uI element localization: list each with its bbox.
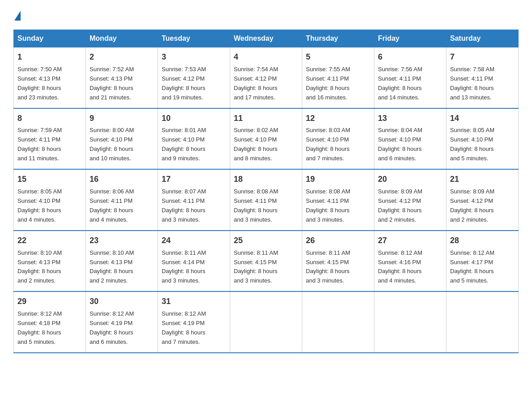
day-number: 24 bbox=[162, 235, 226, 247]
weekday-header-sunday: Sunday bbox=[14, 30, 86, 47]
calendar-cell: 21 Sunrise: 8:09 AMSunset: 4:12 PMDaylig… bbox=[446, 169, 519, 231]
week-row-5: 29 Sunrise: 8:12 AMSunset: 4:18 PMDaylig… bbox=[14, 291, 519, 353]
calendar-cell: 12 Sunrise: 8:03 AMSunset: 4:10 PMDaylig… bbox=[302, 108, 374, 170]
calendar-cell: 20 Sunrise: 8:09 AMSunset: 4:12 PMDaylig… bbox=[374, 169, 446, 231]
calendar-cell: 23 Sunrise: 8:10 AMSunset: 4:13 PMDaylig… bbox=[86, 231, 158, 292]
calendar-table: SundayMondayTuesdayWednesdayThursdayFrid… bbox=[13, 30, 519, 353]
calendar-cell: 30 Sunrise: 8:12 AMSunset: 4:19 PMDaylig… bbox=[86, 291, 158, 353]
day-info: Sunrise: 8:12 AMSunset: 4:18 PMDaylight:… bbox=[17, 310, 62, 345]
day-number: 19 bbox=[306, 173, 370, 186]
day-number: 1 bbox=[17, 51, 82, 64]
week-row-2: 8 Sunrise: 7:59 AMSunset: 4:11 PMDayligh… bbox=[14, 108, 519, 170]
day-info: Sunrise: 7:53 AMSunset: 4:12 PMDaylight:… bbox=[162, 66, 206, 101]
calendar-cell: 22 Sunrise: 8:10 AMSunset: 4:13 PMDaylig… bbox=[14, 231, 86, 292]
day-info: Sunrise: 8:12 AMSunset: 4:19 PMDaylight:… bbox=[162, 310, 206, 345]
day-info: Sunrise: 8:09 AMSunset: 4:12 PMDaylight:… bbox=[450, 188, 494, 223]
day-info: Sunrise: 7:58 AMSunset: 4:11 PMDaylight:… bbox=[450, 66, 494, 101]
day-info: Sunrise: 7:59 AMSunset: 4:11 PMDaylight:… bbox=[17, 127, 62, 162]
calendar-cell: 17 Sunrise: 8:07 AMSunset: 4:11 PMDaylig… bbox=[158, 169, 230, 231]
calendar-cell: 4 Sunrise: 7:54 AMSunset: 4:12 PMDayligh… bbox=[230, 47, 302, 108]
calendar-cell: 31 Sunrise: 8:12 AMSunset: 4:19 PMDaylig… bbox=[158, 291, 230, 353]
calendar-cell: 6 Sunrise: 7:56 AMSunset: 4:11 PMDayligh… bbox=[374, 47, 446, 108]
day-info: Sunrise: 7:56 AMSunset: 4:11 PMDaylight:… bbox=[378, 66, 422, 101]
day-info: Sunrise: 8:12 AMSunset: 4:16 PMDaylight:… bbox=[378, 249, 422, 284]
day-info: Sunrise: 8:10 AMSunset: 4:13 PMDaylight:… bbox=[17, 249, 62, 284]
day-number: 30 bbox=[90, 295, 154, 308]
day-number: 3 bbox=[162, 51, 226, 64]
day-info: Sunrise: 7:50 AMSunset: 4:13 PMDaylight:… bbox=[17, 66, 62, 101]
weekday-header-friday: Friday bbox=[374, 30, 446, 47]
day-info: Sunrise: 7:54 AMSunset: 4:12 PMDaylight:… bbox=[234, 66, 278, 101]
calendar-cell: 24 Sunrise: 8:11 AMSunset: 4:14 PMDaylig… bbox=[158, 231, 230, 292]
day-number: 11 bbox=[234, 112, 298, 125]
day-number: 14 bbox=[450, 112, 515, 125]
calendar-cell: 1 Sunrise: 7:50 AMSunset: 4:13 PMDayligh… bbox=[14, 47, 86, 108]
logo-triangle-icon bbox=[14, 11, 21, 21]
weekday-header-wednesday: Wednesday bbox=[230, 30, 302, 47]
calendar-cell: 27 Sunrise: 8:12 AMSunset: 4:16 PMDaylig… bbox=[374, 231, 446, 292]
calendar-cell: 7 Sunrise: 7:58 AMSunset: 4:11 PMDayligh… bbox=[446, 47, 519, 108]
calendar-cell: 26 Sunrise: 8:11 AMSunset: 4:15 PMDaylig… bbox=[302, 231, 374, 292]
calendar-cell: 18 Sunrise: 8:08 AMSunset: 4:11 PMDaylig… bbox=[230, 169, 302, 231]
day-info: Sunrise: 8:08 AMSunset: 4:11 PMDaylight:… bbox=[234, 188, 278, 223]
weekday-header-monday: Monday bbox=[86, 30, 158, 47]
weekday-header-tuesday: Tuesday bbox=[158, 30, 230, 47]
day-info: Sunrise: 8:05 AMSunset: 4:10 PMDaylight:… bbox=[450, 127, 494, 162]
day-number: 20 bbox=[378, 173, 442, 186]
day-number: 29 bbox=[17, 295, 82, 308]
day-info: Sunrise: 8:12 AMSunset: 4:19 PMDaylight:… bbox=[90, 310, 134, 345]
day-number: 21 bbox=[450, 173, 515, 186]
calendar-cell: 5 Sunrise: 7:55 AMSunset: 4:11 PMDayligh… bbox=[302, 47, 374, 108]
day-number: 17 bbox=[162, 173, 226, 186]
day-number: 31 bbox=[162, 295, 226, 308]
day-info: Sunrise: 8:10 AMSunset: 4:13 PMDaylight:… bbox=[90, 249, 134, 284]
day-info: Sunrise: 8:12 AMSunset: 4:17 PMDaylight:… bbox=[450, 249, 494, 284]
day-info: Sunrise: 8:09 AMSunset: 4:12 PMDaylight:… bbox=[378, 188, 422, 223]
day-number: 25 bbox=[234, 235, 298, 247]
calendar-cell: 3 Sunrise: 7:53 AMSunset: 4:12 PMDayligh… bbox=[158, 47, 230, 108]
day-number: 10 bbox=[162, 112, 226, 125]
day-number: 13 bbox=[378, 112, 442, 125]
day-info: Sunrise: 8:11 AMSunset: 4:14 PMDaylight:… bbox=[162, 249, 206, 284]
calendar-cell: 2 Sunrise: 7:52 AMSunset: 4:13 PMDayligh… bbox=[86, 47, 158, 108]
day-info: Sunrise: 8:01 AMSunset: 4:10 PMDaylight:… bbox=[162, 127, 206, 162]
day-number: 23 bbox=[90, 235, 154, 247]
day-number: 18 bbox=[234, 173, 298, 186]
week-row-1: 1 Sunrise: 7:50 AMSunset: 4:13 PMDayligh… bbox=[14, 47, 519, 108]
day-number: 26 bbox=[306, 235, 370, 247]
day-info: Sunrise: 8:11 AMSunset: 4:15 PMDaylight:… bbox=[306, 249, 350, 284]
day-info: Sunrise: 8:00 AMSunset: 4:10 PMDaylight:… bbox=[90, 127, 134, 162]
day-number: 7 bbox=[450, 51, 515, 64]
day-number: 15 bbox=[17, 173, 82, 186]
day-number: 2 bbox=[90, 51, 154, 64]
weekday-header-saturday: Saturday bbox=[446, 30, 519, 47]
day-info: Sunrise: 8:04 AMSunset: 4:10 PMDaylight:… bbox=[378, 127, 422, 162]
calendar-cell: 15 Sunrise: 8:05 AMSunset: 4:10 PMDaylig… bbox=[14, 169, 86, 231]
calendar-cell bbox=[374, 291, 446, 353]
day-number: 8 bbox=[17, 112, 82, 125]
day-info: Sunrise: 8:07 AMSunset: 4:11 PMDaylight:… bbox=[162, 188, 206, 223]
calendar-cell bbox=[230, 291, 302, 353]
calendar-cell: 13 Sunrise: 8:04 AMSunset: 4:10 PMDaylig… bbox=[374, 108, 446, 170]
day-info: Sunrise: 8:08 AMSunset: 4:11 PMDaylight:… bbox=[306, 188, 350, 223]
page-header bbox=[13, 9, 519, 21]
calendar-cell: 16 Sunrise: 8:06 AMSunset: 4:11 PMDaylig… bbox=[86, 169, 158, 231]
calendar-cell: 19 Sunrise: 8:08 AMSunset: 4:11 PMDaylig… bbox=[302, 169, 374, 231]
calendar-cell bbox=[446, 291, 519, 353]
day-number: 5 bbox=[306, 51, 370, 64]
day-number: 9 bbox=[90, 112, 154, 125]
weekday-header-thursday: Thursday bbox=[302, 30, 374, 47]
calendar-cell: 25 Sunrise: 8:11 AMSunset: 4:15 PMDaylig… bbox=[230, 231, 302, 292]
day-number: 4 bbox=[234, 51, 298, 64]
calendar-cell: 10 Sunrise: 8:01 AMSunset: 4:10 PMDaylig… bbox=[158, 108, 230, 170]
day-info: Sunrise: 8:06 AMSunset: 4:11 PMDaylight:… bbox=[90, 188, 134, 223]
day-number: 27 bbox=[378, 235, 442, 247]
day-number: 22 bbox=[17, 235, 82, 247]
day-info: Sunrise: 8:05 AMSunset: 4:10 PMDaylight:… bbox=[17, 188, 62, 223]
logo bbox=[13, 9, 21, 21]
day-info: Sunrise: 8:03 AMSunset: 4:10 PMDaylight:… bbox=[306, 127, 350, 162]
week-row-3: 15 Sunrise: 8:05 AMSunset: 4:10 PMDaylig… bbox=[14, 169, 519, 231]
calendar-cell: 11 Sunrise: 8:02 AMSunset: 4:10 PMDaylig… bbox=[230, 108, 302, 170]
calendar-cell bbox=[302, 291, 374, 353]
calendar-cell: 8 Sunrise: 7:59 AMSunset: 4:11 PMDayligh… bbox=[14, 108, 86, 170]
